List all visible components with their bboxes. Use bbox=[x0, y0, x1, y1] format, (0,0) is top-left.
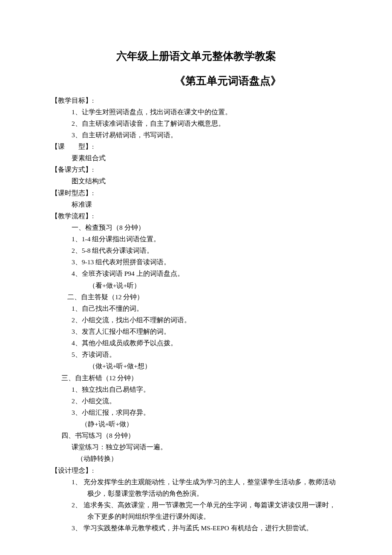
flow-part3-note: （静+说+听+做） bbox=[51, 418, 341, 430]
flow-part2-note: （做+说+听+做+想） bbox=[51, 360, 341, 372]
design-item: 1、 充分发挥学生的主观能动性，让学生成为学习的主人，整堂课学生活动多，教师活动… bbox=[51, 476, 341, 499]
design-item: 3、 学习实践整体单元教学模式，并与孟氏 MS-EEPO 有机结合，进行大胆尝试… bbox=[51, 522, 341, 534]
prep-value: 图文结构式 bbox=[51, 175, 341, 187]
flow-part4-note: （动静转换） bbox=[51, 453, 341, 464]
document-page: 六年级上册语文单元整体教学教案 《第五单元词语盘点》 【教学目标】: 1、让学生… bbox=[0, 0, 392, 555]
flow-part2-item: 4、其他小组成员或教师予以点拨。 bbox=[51, 337, 341, 349]
type-heading: 【课 型】: bbox=[51, 141, 341, 152]
flow-part2-item: 1、自己找出不懂的词。 bbox=[51, 303, 341, 314]
flow-part3-title: 三、自主析错（12 分钟） bbox=[51, 372, 341, 384]
flow-part4-title: 四、书写练习（8 分钟） bbox=[51, 430, 341, 441]
flow-heading: 【教学流程】: bbox=[51, 210, 341, 222]
flow-part2-item: 2、小组交流，找出小组不理解的词语。 bbox=[51, 314, 341, 326]
period-heading: 【课时型态】: bbox=[51, 187, 341, 199]
design-item: 2、 追求务实、高效课堂，用一节课教完一个单元的生字词，每篇课文讲读仅用一课时，… bbox=[51, 499, 341, 522]
flow-part2-item: 5、齐读词语。 bbox=[51, 349, 341, 360]
flow-part1-title: 一、检查预习（8 分钟） bbox=[51, 222, 341, 233]
flow-part4-line: 课堂练习：独立抄写词语一遍。 bbox=[51, 441, 341, 453]
flow-part1-note: （看+做+说+听） bbox=[51, 280, 341, 291]
goals-item: 3、自主研讨易错词语，书写词语。 bbox=[51, 129, 341, 141]
flow-part3-item: 3、小组汇报，求同存异。 bbox=[51, 407, 341, 418]
flow-part1-item: 4、全班齐读词语 P94 上的词语盘点。 bbox=[51, 268, 341, 279]
period-value: 标准课 bbox=[51, 199, 341, 210]
prep-heading: 【备课方式】: bbox=[51, 164, 341, 175]
flow-part1-item: 1、1-4 组分课指出词语位置。 bbox=[51, 233, 341, 245]
goals-item: 2、自主研读准词语读音，自主了解词语大概意思。 bbox=[51, 118, 341, 129]
flow-part1-item: 2、5-8 组代表分课读词语。 bbox=[51, 245, 341, 256]
flow-part1-item: 3、9-13 组代表对照拼音读词语。 bbox=[51, 256, 341, 268]
type-value: 要素组合式 bbox=[51, 152, 341, 164]
sub-title: 《第五单元词语盘点》 bbox=[51, 72, 341, 90]
main-title: 六年级上册语文单元整体教学教案 bbox=[51, 47, 341, 66]
flow-part3-item: 1、独立找出自己易错字。 bbox=[51, 384, 341, 395]
flow-part2-item: 3、发言人汇报小组不理解的词。 bbox=[51, 326, 341, 337]
design-heading: 【设计理念】: bbox=[51, 465, 341, 476]
flow-part2-title: 二、自主答疑（12 分钟） bbox=[51, 291, 341, 303]
flow-part3-item: 2、小组交流。 bbox=[51, 395, 341, 407]
goals-heading: 【教学目标】: bbox=[51, 95, 341, 106]
goals-item: 1、让学生对照词语盘点，找出词语在课文中的位置。 bbox=[51, 106, 341, 118]
